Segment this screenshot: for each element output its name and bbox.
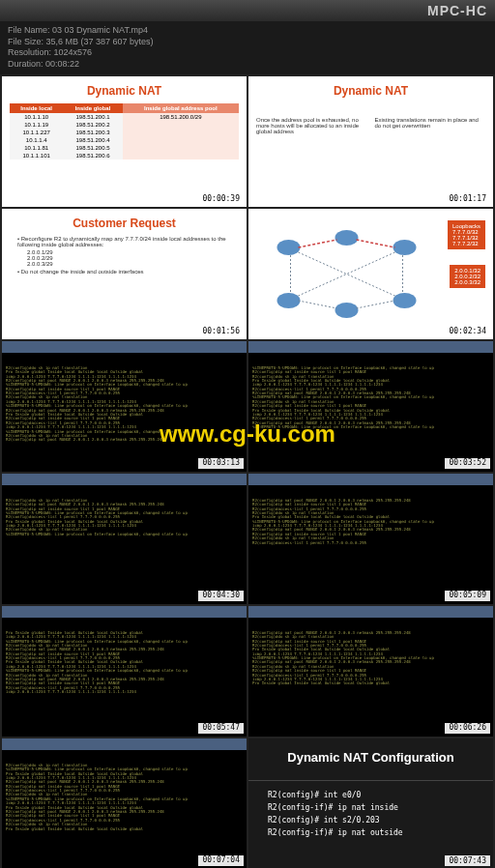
- addr: 2.0.0.1/32: [454, 268, 480, 274]
- config-line: R2(config-if)# ip nat inside: [248, 801, 493, 814]
- timestamp: 00:01:17: [445, 193, 490, 204]
- svg-point-2: [393, 240, 417, 255]
- svg-line-6: [299, 240, 337, 247]
- td: 10.1.1.81: [10, 144, 63, 152]
- td: 198.51.200.1: [63, 113, 122, 121]
- timestamp: 00:04:30: [198, 591, 244, 601]
- td: 10.1.1.19: [10, 121, 63, 129]
- svg-point-3: [277, 293, 301, 308]
- slide-text: Existing translations remain in place an…: [375, 117, 486, 134]
- timestamp: 00:07:43: [445, 855, 490, 866]
- svg-line-11: [357, 301, 395, 308]
- loopback-addr: 7.7.7.0/32: [452, 229, 480, 235]
- slide-text: Once the address pool is exhausted, no m…: [256, 117, 367, 134]
- term-line: Pro Inside global Inside local Outside l…: [252, 681, 489, 685]
- timestamp: 00:00:39: [198, 193, 244, 204]
- timestamp: 00:03:52: [445, 458, 490, 469]
- td: 198.51.200.4: [63, 136, 122, 144]
- thumb-3[interactable]: Customer Request • Reconfigure R2 to dyn…: [2, 209, 247, 339]
- term-line: %LINEPROTO-5-UPDOWN: Line protocol on In…: [252, 425, 489, 429]
- svg-point-5: [393, 293, 417, 308]
- nat-table: Inside localInside globalInside global a…: [10, 103, 239, 159]
- filename-label: File Name:: [8, 25, 50, 35]
- timestamp: 00:06:26: [445, 723, 490, 734]
- loopback-addr: 7.7.7.2/32: [452, 241, 480, 246]
- svg-point-1: [335, 230, 359, 246]
- term-line: R2(config)#ip nat pool RANGE 2.0.0.1 2.0…: [6, 438, 243, 442]
- timestamp: 00:07:04: [198, 855, 244, 866]
- thumbnail-grid: Dynamic NAT Inside localInside globalIns…: [0, 74, 495, 868]
- td: [123, 152, 239, 159]
- td: [123, 136, 239, 144]
- thumb-6[interactable]: %LINEPROTO-5-UPDOWN: Line protocol on In…: [248, 341, 493, 472]
- config-line: R2(config-if)# ip nat outside: [248, 826, 493, 839]
- thumb-8[interactable]: R2(config)#ip nat pool RANGE 2.0.0.1 2.0…: [248, 474, 493, 604]
- td: [123, 121, 239, 129]
- filesize-value: 35,6 MB (37 387 607 bytes): [46, 37, 154, 46]
- addr-box: 2.0.0.1/32 2.0.0.2/32 2.0.0.3/32: [450, 265, 485, 288]
- term-line: %LINEPROTO-5-UPDOWN: Line protocol on In…: [6, 533, 243, 536]
- th-pool: Inside global address pool: [123, 103, 239, 113]
- bullet-text: Do not change the inside and outside int…: [21, 269, 144, 275]
- filename-value: 03 03 Dynamic NAT.mp4: [52, 25, 148, 35]
- addr: 2.0.0.2/32: [454, 274, 480, 279]
- slide-title: Dynamic NAT: [10, 84, 239, 98]
- slide-title: Dynamic NAT Configuration: [248, 738, 493, 776]
- titlebar: MPC-HC: [0, 0, 495, 21]
- term-line: R2(config)#access-list 1 permit 7.7.7.0 …: [252, 541, 489, 545]
- term-line: icmp 2.0.0.1:1234 7.7.7.0:1234 1.1.1.1:1…: [6, 690, 243, 694]
- bullet: • Reconfigure R2 to dynamically map any …: [17, 236, 239, 247]
- thumb-2[interactable]: Dynamic NAT Once the address pool is exh…: [248, 76, 493, 207]
- thumb-10[interactable]: R2(config)#ip nat pool RANGE 2.0.0.1 2.0…: [248, 606, 493, 737]
- timestamp: 00:03:13: [198, 458, 244, 469]
- duration-label: Duration:: [8, 59, 44, 69]
- th-local: Inside local: [10, 103, 63, 113]
- td: 198.51.200.5: [63, 144, 122, 152]
- filesize-label: File Size:: [8, 37, 44, 46]
- bullet: • Do not change the inside and outside i…: [17, 269, 239, 275]
- sub-bullet: 2.0.0.3/29: [27, 261, 239, 267]
- term-line: Pro Inside global Inside local Outside l…: [6, 827, 243, 831]
- th-global: Inside global: [63, 103, 122, 113]
- duration-value: 00:08:22: [45, 59, 79, 69]
- td: 10.1.1.4: [10, 136, 63, 144]
- config-line: R2(config)# int e0/0: [248, 789, 493, 801]
- td: 198.51.200.6: [63, 152, 122, 159]
- timestamp: 00:01:56: [198, 326, 244, 336]
- loopback-box: Loopbacks 7.7.7.0/32 7.7.7.1/32 7.7.7.2/…: [448, 220, 485, 249]
- td: 10.1.1.227: [10, 129, 63, 136]
- timestamp: 00:05:09: [445, 591, 490, 601]
- timestamp: 00:02:34: [445, 326, 490, 336]
- thumb-7[interactable]: R2(config)#do sh ip nat translation R2(c…: [2, 474, 247, 604]
- td: 198.51.200.2: [63, 121, 122, 129]
- td: 10.1.1.101: [10, 152, 63, 159]
- thumb-1[interactable]: Dynamic NAT Inside localInside globalIns…: [2, 76, 247, 207]
- resolution-label: Resolution:: [8, 47, 51, 57]
- td: [123, 129, 239, 136]
- thumb-11[interactable]: R2(config)#do sh ip nat translation %LIN…: [2, 738, 247, 868]
- slide-title: Customer Request: [10, 217, 239, 230]
- app-title: MPC-HC: [427, 3, 487, 18]
- td: 198.51.200.3: [63, 129, 122, 136]
- svg-point-0: [277, 240, 301, 255]
- td: [123, 144, 239, 152]
- addr: 2.0.0.3/32: [454, 279, 480, 285]
- td: 10.1.1.10: [10, 113, 63, 121]
- loopback-label: Loopbacks: [452, 223, 480, 229]
- config-line: R2(config)# int s2/0.203: [248, 814, 493, 826]
- timestamp: 00:05:47: [198, 723, 244, 734]
- svg-point-4: [335, 303, 359, 318]
- metadata-bar: File Name: 03 03 Dynamic NAT.mp4 File Si…: [0, 21, 495, 74]
- td: 198.51.200.0/29: [123, 113, 239, 121]
- slide-title: Dynamic NAT: [256, 84, 485, 98]
- svg-line-7: [357, 240, 395, 247]
- svg-line-10: [299, 301, 337, 308]
- thumb-4[interactable]: Loopbacks 7.7.7.0/32 7.7.7.1/32 7.7.7.2/…: [248, 209, 493, 339]
- bullet-text: Reconfigure R2 to dynamically map any 7.…: [17, 236, 226, 247]
- resolution-value: 1024x576: [54, 47, 93, 57]
- thumb-9[interactable]: Pro Inside global Inside local Outside l…: [2, 606, 247, 737]
- thumb-5[interactable]: R2(config)#do sh ip nat translation Pro …: [2, 341, 247, 472]
- loopback-addr: 7.7.7.1/32: [452, 235, 480, 241]
- thumb-12[interactable]: Dynamic NAT Configuration R2(config)# in…: [248, 738, 493, 868]
